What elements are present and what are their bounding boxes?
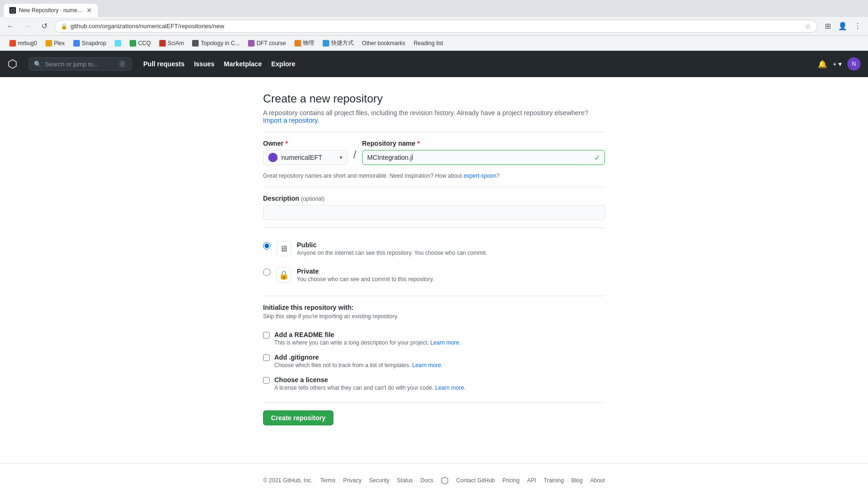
create-repository-button[interactable]: Create repository: [263, 410, 333, 425]
owner-required-marker: *: [285, 140, 287, 147]
public-title: Public: [297, 241, 605, 249]
forward-button[interactable]: →: [21, 20, 34, 33]
bookmarks-bar: mrbug0 Plex Snapdrop CCQ SciAm Topology …: [0, 36, 868, 51]
repo-name-input-wrapper: ✓: [362, 150, 605, 165]
description-group: Description (optional): [263, 195, 605, 220]
search-bar[interactable]: 🔍 /: [29, 57, 132, 71]
license-title: Choose a license: [274, 376, 605, 384]
bookmark-other[interactable]: Other bookmarks: [358, 38, 409, 49]
readme-checkbox[interactable]: [263, 332, 270, 338]
bookmark-star-icon[interactable]: ☆: [805, 23, 811, 30]
bookmark-plex[interactable]: Plex: [42, 38, 69, 49]
repo-name-required-marker: *: [417, 140, 419, 147]
active-tab[interactable]: ⬡ New Repository · numericalEFT ✕: [4, 4, 98, 17]
path-separator: /: [353, 148, 356, 165]
nav-marketplace[interactable]: Marketplace: [220, 57, 266, 71]
import-link[interactable]: Import a repository.: [263, 117, 319, 124]
github-logo[interactable]: ⬡: [8, 57, 17, 71]
reload-button[interactable]: ↺: [38, 20, 51, 33]
owner-group: Owner * numericalEFT ▾: [263, 140, 348, 165]
license-desc: A license tells others what they can and…: [274, 385, 605, 391]
footer-link-pricing[interactable]: Pricing: [503, 477, 520, 484]
main-content: Create a new repository A repository con…: [256, 77, 612, 463]
bookmark-reading[interactable]: Reading list: [410, 38, 447, 49]
bell-icon[interactable]: 🔔: [818, 60, 827, 69]
visibility-section: 🖥 Public Anyone on the internet can see …: [263, 236, 605, 288]
private-option: 🔒 Private You choose who can see and com…: [263, 262, 605, 288]
github-header: ⬡ 🔍 / Pull requests Issues Marketplace E…: [0, 51, 868, 77]
bookmark-sciam[interactable]: SciAm: [155, 38, 188, 49]
nav-explore[interactable]: Explore: [267, 57, 299, 71]
private-radio[interactable]: [263, 268, 271, 276]
bookmark-shortcuts[interactable]: 快捷方式: [319, 38, 357, 49]
address-bar[interactable]: 🔒 github.com/organizations/numericalEFT/…: [54, 20, 817, 33]
footer-link-terms[interactable]: Terms: [320, 477, 336, 484]
init-section-subtitle: Skip this step if you're importing an ex…: [263, 313, 605, 320]
new-item-button[interactable]: + ▾: [833, 60, 842, 68]
footer-link-privacy[interactable]: Privacy: [343, 477, 361, 484]
gitignore-option: Add .gitignore Choose which files not to…: [263, 350, 605, 372]
bookmark-snapdrop[interactable]: Snapdrop: [70, 38, 110, 49]
search-shortcut-badge: /: [119, 61, 125, 67]
browser-action-buttons: ⊞ 👤 ⋮: [821, 20, 864, 33]
footer-link-contact[interactable]: Contact GitHub: [456, 477, 495, 484]
footer-link-status[interactable]: Status: [397, 477, 413, 484]
extensions-button[interactable]: ⊞: [821, 20, 834, 33]
back-button[interactable]: ←: [4, 20, 17, 33]
bookmark-ccq[interactable]: CCQ: [126, 38, 155, 49]
header-actions: 🔔 + ▾ N: [818, 57, 860, 71]
search-input[interactable]: [45, 61, 116, 68]
repo-name-group: Repository name * ✓: [362, 140, 605, 165]
description-input[interactable]: [263, 205, 605, 220]
input-valid-icon: ✓: [594, 153, 600, 162]
bookmark-topology[interactable]: Topology in C...: [188, 38, 243, 49]
browser-tabs: ⬡ New Repository · numericalEFT ✕: [0, 0, 868, 17]
license-option: Choose a license A license tells others …: [263, 372, 605, 395]
public-icon: 🖥: [276, 241, 291, 256]
nav-issues[interactable]: Issues: [190, 57, 218, 71]
owner-value: numericalEFT: [281, 154, 322, 161]
nav-pull-requests[interactable]: Pull requests: [140, 57, 188, 71]
page-title: Create a new repository: [263, 92, 605, 105]
bookmark-icon1[interactable]: [111, 38, 125, 49]
menu-button[interactable]: ⋮: [851, 20, 864, 33]
owner-avatar-icon: [268, 153, 278, 162]
private-desc: You choose who can see and commit to thi…: [297, 276, 605, 283]
footer-link-training[interactable]: Training: [544, 477, 564, 484]
footer-link-api[interactable]: API: [527, 477, 536, 484]
init-section: Initialize this repository with: Skip th…: [263, 304, 605, 320]
footer-link-about[interactable]: About: [590, 477, 604, 484]
name-suggestion-link[interactable]: expert-spoon: [464, 173, 496, 179]
chevron-down-icon: ▾: [340, 154, 342, 161]
profile-button[interactable]: 👤: [836, 20, 849, 33]
repo-name-label: Repository name *: [362, 140, 605, 147]
copyright-text: © 2021 GitHub, Inc.: [263, 477, 313, 484]
search-icon: 🔍: [34, 61, 41, 68]
gitignore-checkbox[interactable]: [263, 354, 270, 361]
license-checkbox[interactable]: [263, 377, 270, 384]
footer-link-blog[interactable]: Blog: [571, 477, 582, 484]
public-radio[interactable]: [263, 242, 271, 250]
name-hint-text: Great repository names are short and mem…: [263, 173, 605, 179]
owner-repo-row: Owner * numericalEFT ▾ / Repository name…: [263, 140, 605, 165]
private-icon: 🔒: [276, 267, 291, 283]
footer-link-docs[interactable]: Docs: [420, 477, 433, 484]
private-title: Private: [297, 267, 605, 275]
readme-title: Add a README file: [274, 331, 605, 338]
user-avatar[interactable]: N: [847, 57, 860, 71]
bookmark-dft[interactable]: DFT course: [244, 38, 289, 49]
bookmark-physics[interactable]: 物理: [291, 38, 318, 49]
bookmark-mrbug0[interactable]: mrbug0: [6, 38, 41, 49]
owner-select[interactable]: numericalEFT ▾: [263, 150, 348, 165]
repo-name-input[interactable]: [362, 150, 605, 165]
readme-option: Add a README file This is where you can …: [263, 327, 605, 350]
init-section-title: Initialize this repository with:: [263, 304, 605, 311]
footer-link-security[interactable]: Security: [369, 477, 389, 484]
readme-learn-more-link[interactable]: Learn more.: [430, 339, 461, 346]
tab-close-button[interactable]: ✕: [86, 7, 92, 14]
gitignore-learn-more-link[interactable]: Learn more.: [412, 362, 442, 369]
security-lock-icon: 🔒: [61, 23, 68, 30]
page-description: A repository contains all project files,…: [263, 109, 605, 124]
license-learn-more-link[interactable]: Learn more.: [435, 385, 466, 391]
readme-content: Add a README file This is where you can …: [274, 331, 605, 346]
